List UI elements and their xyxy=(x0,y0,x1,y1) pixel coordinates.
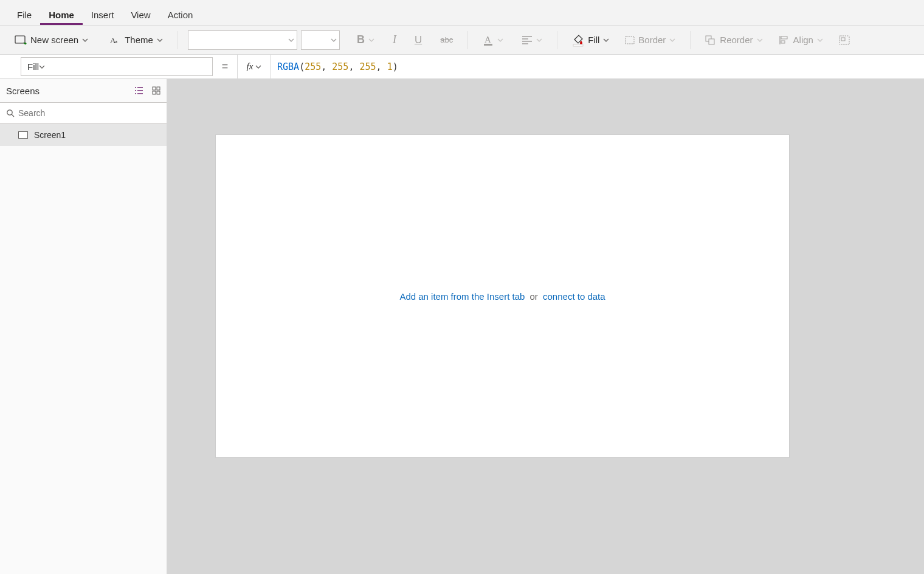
main-area: Screens Screen1 xyxy=(0,79,924,574)
border-icon xyxy=(625,36,635,44)
insert-tab-link[interactable]: Add an item from the Insert tab xyxy=(399,291,525,302)
align-label: Align xyxy=(793,35,813,45)
svg-rect-5 xyxy=(573,44,583,46)
theme-icon: Aa xyxy=(110,35,121,45)
border-button[interactable]: Border xyxy=(620,32,680,47)
strikethrough-button[interactable]: abc xyxy=(435,33,458,47)
border-label: Border xyxy=(638,35,666,45)
align-objects-icon xyxy=(779,35,790,45)
fill-label: Fill xyxy=(588,35,599,45)
font-color-icon: A xyxy=(483,34,494,46)
italic-icon: I xyxy=(393,33,396,46)
menu-tab-home[interactable]: Home xyxy=(40,4,83,25)
tree-item-screen1[interactable]: Screen1 xyxy=(0,124,167,146)
svg-rect-11 xyxy=(840,36,849,44)
formula-bar: Fill = fx RGBA(255, 255, 255, 1) xyxy=(0,55,924,79)
theme-button[interactable]: Aa Theme xyxy=(105,32,168,47)
align-left-icon xyxy=(522,36,533,44)
svg-text:a: a xyxy=(115,38,117,44)
svg-rect-9 xyxy=(781,36,787,39)
formula-input[interactable]: RGBA(255, 255, 255, 1) xyxy=(271,55,924,78)
tree-view-title: Screens xyxy=(6,86,40,96)
chevron-down-icon xyxy=(39,64,45,70)
group-button[interactable] xyxy=(834,33,850,47)
svg-rect-0 xyxy=(15,36,25,43)
chevron-down-icon xyxy=(368,37,374,43)
canvas[interactable]: Add an item from the Insert tab or conne… xyxy=(216,135,789,457)
chevron-down-icon xyxy=(757,37,763,43)
property-select[interactable]: Fill xyxy=(21,57,213,76)
svg-rect-14 xyxy=(157,87,160,90)
chevron-down-icon xyxy=(331,37,337,43)
tree-view: Screen1 xyxy=(0,124,167,574)
align-button[interactable]: Align xyxy=(774,32,828,47)
reorder-button[interactable]: Reorder xyxy=(700,32,767,47)
chevron-down-icon xyxy=(497,37,503,43)
font-family-select[interactable] xyxy=(188,30,297,50)
reorder-label: Reorder xyxy=(720,35,753,45)
new-screen-button[interactable]: New screen xyxy=(10,32,93,47)
screen-icon xyxy=(18,131,28,139)
svg-rect-16 xyxy=(157,91,160,94)
svg-rect-6 xyxy=(626,36,634,44)
chevron-down-icon xyxy=(817,37,823,43)
tree-view-panel: Screens Screen1 xyxy=(0,79,167,574)
theme-label: Theme xyxy=(125,35,153,45)
divider xyxy=(178,31,178,49)
property-select-value: Fill xyxy=(27,61,39,72)
divider xyxy=(690,31,691,49)
underline-button[interactable]: U xyxy=(410,32,427,49)
svg-rect-4 xyxy=(484,44,492,46)
new-screen-label: New screen xyxy=(30,35,78,45)
chevron-down-icon xyxy=(669,37,675,43)
font-size-select[interactable] xyxy=(301,30,340,50)
divider xyxy=(557,31,557,49)
ribbon: New screen Aa Theme xyxy=(0,26,924,55)
chevron-down-icon xyxy=(536,37,542,43)
menu-bar: File Home Insert View Action xyxy=(0,0,924,26)
svg-point-17 xyxy=(7,110,12,115)
group-icon xyxy=(839,35,850,45)
canvas-area: Add an item from the Insert tab or conne… xyxy=(167,79,924,574)
menu-tab-insert[interactable]: Insert xyxy=(83,4,123,25)
equals-label: = xyxy=(213,55,237,78)
search-wrap xyxy=(0,102,167,124)
screen-plus-icon xyxy=(15,35,27,45)
menu-tab-view[interactable]: View xyxy=(122,4,159,25)
chevron-down-icon xyxy=(603,37,609,43)
canvas-or-label: or xyxy=(530,291,538,302)
fill-button[interactable]: Fill xyxy=(567,31,614,49)
tree-view-header: Screens xyxy=(0,79,167,102)
svg-rect-13 xyxy=(153,87,156,90)
bold-icon: B xyxy=(357,33,365,46)
svg-rect-10 xyxy=(781,41,785,43)
search-input[interactable] xyxy=(0,102,167,124)
italic-button[interactable]: I xyxy=(388,31,401,49)
menu-tab-action[interactable]: Action xyxy=(159,4,202,25)
chevron-down-icon xyxy=(157,37,163,43)
chevron-down-icon xyxy=(255,64,261,70)
strikethrough-icon: abc xyxy=(440,35,453,44)
chevron-down-icon xyxy=(82,37,88,43)
text-align-button[interactable] xyxy=(517,33,547,47)
svg-text:A: A xyxy=(484,35,491,44)
bold-button[interactable]: B xyxy=(352,31,379,49)
menu-tab-file[interactable]: File xyxy=(9,4,40,25)
svg-rect-15 xyxy=(153,91,156,94)
underline-icon: U xyxy=(415,34,422,46)
search-icon xyxy=(6,109,15,117)
fx-label: fx xyxy=(247,61,253,72)
svg-rect-8 xyxy=(709,39,714,44)
tree-list-view-icon[interactable] xyxy=(134,86,143,95)
formula-fn: RGBA xyxy=(277,61,299,72)
paint-bucket-icon xyxy=(572,33,584,47)
fx-button[interactable]: fx xyxy=(237,55,271,78)
font-color-button[interactable]: A xyxy=(478,32,508,49)
canvas-empty-message: Add an item from the Insert tab or conne… xyxy=(399,291,605,302)
connect-data-link[interactable]: connect to data xyxy=(543,291,605,302)
svg-rect-12 xyxy=(841,38,845,41)
reorder-icon xyxy=(705,35,716,45)
tree-thumbnail-view-icon[interactable] xyxy=(152,86,160,95)
tree-item-label: Screen1 xyxy=(34,130,66,140)
divider xyxy=(467,31,468,49)
